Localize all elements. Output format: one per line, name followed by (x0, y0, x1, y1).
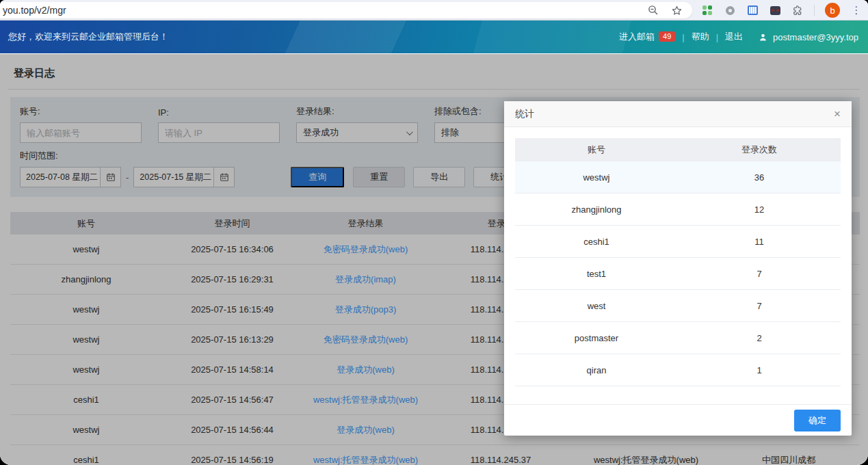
address-bar[interactable]: you.top/v2/mgr (0, 2, 692, 18)
stats-account: qiran (515, 354, 678, 386)
stats-row: westwj 36 (515, 161, 841, 194)
modal-footer: 确定 (504, 404, 852, 436)
menu-kebab-icon[interactable]: ⋮ (850, 4, 863, 16)
bookmark-star-icon[interactable] (670, 4, 683, 16)
url-text[interactable]: you.top/v2/mgr (0, 5, 647, 16)
modal-title: 统计 (515, 108, 534, 120)
extensions-puzzle-icon[interactable] (791, 4, 804, 16)
stats-account: westwj (515, 161, 678, 193)
profile-avatar[interactable]: b (825, 3, 840, 18)
browser-toolbar: you.top/v2/mgr b ⋮ (0, 0, 868, 21)
toolbar-divider (814, 5, 815, 16)
zoom-icon[interactable] (647, 4, 659, 16)
stats-col-count: 登录次数 (678, 138, 841, 161)
separator: | (716, 32, 718, 42)
close-icon[interactable]: × (834, 108, 841, 120)
enter-mailbox-link[interactable]: 进入邮箱49 (619, 31, 675, 43)
stats-count: 36 (678, 161, 841, 193)
stats-row: west 7 (515, 290, 841, 322)
logout-link[interactable]: 退出 (725, 31, 743, 43)
separator: | (682, 32, 684, 42)
extension-ring-icon[interactable] (724, 4, 736, 16)
stats-count: 7 (678, 258, 841, 289)
statistics-modal: 统计 × 账号 登录次数 westwj 36 zhangjinlong 12 c… (504, 101, 852, 436)
extension-mask-icon[interactable] (769, 4, 781, 16)
stats-count: 2 (678, 322, 841, 354)
confirm-button[interactable]: 确定 (794, 410, 841, 431)
stats-row: zhangjinlong 12 (515, 194, 841, 226)
stats-account: zhangjinlong (515, 194, 678, 225)
welcome-text: 您好，欢迎来到云邮企业邮箱管理后台！ (8, 31, 168, 43)
current-user[interactable]: postmaster@3yyy.top (757, 31, 858, 43)
stats-row: postmaster 2 (515, 322, 841, 354)
stats-row: qiran 1 (515, 354, 841, 386)
stats-count: 12 (678, 194, 841, 225)
stats-account: postmaster (515, 322, 678, 354)
help-link[interactable]: 帮助 (692, 31, 709, 43)
stats-account: test1 (515, 258, 678, 289)
user-icon (757, 31, 769, 43)
stats-header-row: 账号 登录次数 (515, 138, 841, 161)
stats-count: 1 (678, 354, 841, 386)
stats-row: ceshi1 11 (515, 226, 841, 258)
stats-account: west (515, 290, 678, 321)
stats-row: test1 7 (515, 258, 841, 290)
extension-grid-icon[interactable] (701, 4, 713, 16)
stats-account: ceshi1 (515, 226, 678, 257)
extension-calendar-icon[interactable] (746, 4, 759, 16)
mailbox-count-badge: 49 (659, 31, 675, 42)
stats-col-account: 账号 (515, 138, 678, 161)
site-header: 您好，欢迎来到云邮企业邮箱管理后台！ 进入邮箱49 | 帮助 | 退出 post… (0, 21, 868, 53)
stats-count: 11 (678, 226, 841, 257)
modal-body: 账号 登录次数 westwj 36 zhangjinlong 12 ceshi1… (504, 127, 852, 386)
stats-count: 7 (678, 290, 841, 321)
modal-header: 统计 × (504, 101, 852, 127)
browser-window: you.top/v2/mgr b ⋮ 您好， (0, 0, 868, 465)
user-email: postmaster@3yyy.top (773, 32, 858, 42)
